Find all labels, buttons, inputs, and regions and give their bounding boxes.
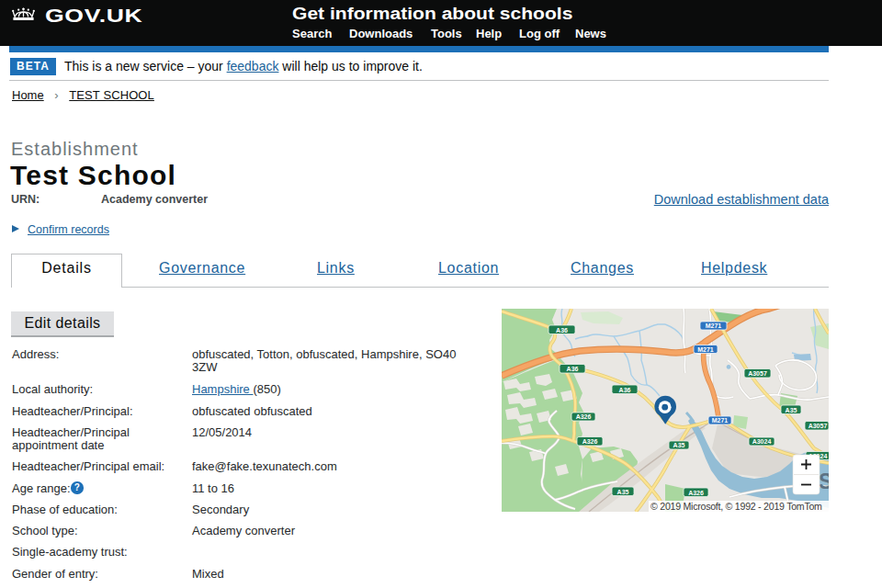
svg-text:A326: A326 [688, 490, 704, 496]
svg-text:M271: M271 [712, 417, 729, 424]
svg-text:M271: M271 [697, 346, 714, 353]
svg-text:A35: A35 [786, 407, 797, 413]
svg-text:A326: A326 [582, 438, 598, 445]
svg-text:A3057: A3057 [748, 370, 767, 377]
svg-text:S: S [819, 469, 829, 493]
svg-text:A36: A36 [567, 366, 579, 372]
svg-text:A35: A35 [673, 442, 685, 448]
svg-text:A3024: A3024 [752, 438, 772, 445]
svg-text:A36: A36 [619, 387, 631, 393]
svg-text:A36: A36 [556, 327, 568, 334]
svg-text:M271: M271 [706, 322, 722, 329]
svg-text:A3057: A3057 [808, 423, 828, 429]
svg-text:A35: A35 [617, 489, 629, 495]
svg-text:A326: A326 [576, 413, 592, 420]
svg-text:© 2019 Microsoft, © 1992 - 201: © 2019 Microsoft, © 1992 - 2019 TomTom [650, 501, 822, 512]
